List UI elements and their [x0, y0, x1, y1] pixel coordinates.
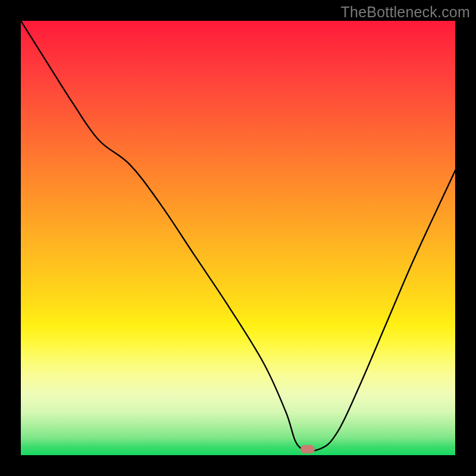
plot-area	[21, 21, 455, 455]
optimum-marker	[300, 445, 315, 453]
watermark-text: TheBottleneck.com	[341, 4, 470, 21]
chart-frame: TheBottleneck.com	[0, 0, 476, 476]
bottleneck-curve	[21, 21, 455, 455]
